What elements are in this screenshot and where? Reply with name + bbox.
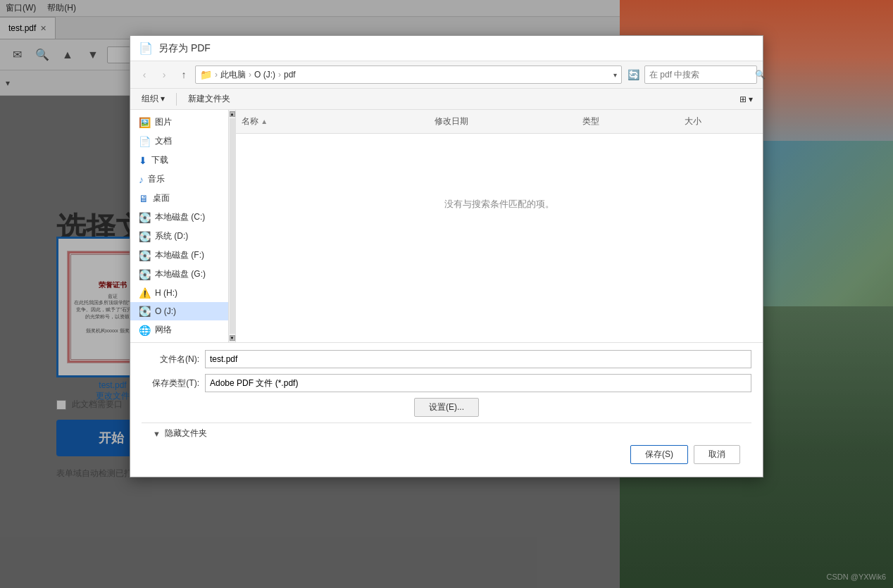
sidebar-item-drive-f[interactable]: 💽 本地磁盘 (F:) bbox=[130, 246, 235, 265]
scrollbar-track bbox=[230, 118, 235, 334]
sidebar-item-music[interactable]: ♪ 音乐 bbox=[130, 170, 235, 189]
new-folder-button[interactable]: 新建文件夹 bbox=[182, 92, 236, 106]
sidebar-item-network[interactable]: 🌐 网络 bbox=[130, 320, 235, 339]
scrollbar-down-arrow[interactable]: ▼ bbox=[230, 335, 235, 341]
cancel-button[interactable]: 取消 bbox=[694, 445, 740, 464]
hidden-folders-label[interactable]: 隐藏文件夹 bbox=[165, 427, 207, 439]
filename-row: 文件名(N): bbox=[142, 350, 751, 368]
dialog-footer: 文件名(N): 保存类型(T): Adobe PDF 文件 (*.pdf) 设置… bbox=[130, 342, 763, 477]
drive-c-icon: 💽 bbox=[139, 212, 151, 223]
sidebar-item-drive-h[interactable]: ⚠️ H (H:) bbox=[130, 284, 235, 302]
filetype-label: 保存类型(T): bbox=[142, 377, 205, 389]
sort-arrow-icon: ▲ bbox=[261, 118, 268, 125]
col-date-header[interactable]: 修改日期 bbox=[429, 113, 577, 130]
dialog-sidebar: 🖼️ 图片 📄 文档 ⬇ 下载 ♪ 音乐 bbox=[130, 110, 236, 342]
sidebar-item-drive-o[interactable]: 💽 O (J:) bbox=[130, 302, 235, 320]
search-icon: 🔍 bbox=[755, 70, 766, 80]
downloads-icon: ⬇ bbox=[139, 155, 147, 166]
desktop-icon: 🖥 bbox=[139, 193, 149, 204]
no-items-message: 没有与搜索条件匹配的项。 bbox=[236, 134, 763, 275]
dialog-nav: ‹ › ↑ 📁 › 此电脑 › O (J:) › pdf ▾ 🔄 🔍 bbox=[130, 61, 763, 89]
dialog-body: 🖼️ 图片 📄 文档 ⬇ 下载 ♪ 音乐 bbox=[130, 110, 763, 342]
address-sep-3: › bbox=[278, 70, 281, 80]
filetype-select[interactable]: Adobe PDF 文件 (*.pdf) bbox=[205, 374, 751, 392]
toolbar-separator bbox=[176, 93, 177, 106]
sidebar-item-drive-c[interactable]: 💽 本地磁盘 (C:) bbox=[130, 208, 235, 227]
hidden-folders-row: ▼ 隐藏文件夹 bbox=[142, 423, 751, 439]
col-type-header[interactable]: 类型 bbox=[577, 113, 679, 130]
settings-row: 设置(E)... bbox=[142, 398, 751, 417]
scrollbar-up-arrow[interactable]: ▲ bbox=[230, 111, 235, 117]
sidebar-scrollbar[interactable]: ▲ ▼ bbox=[228, 110, 235, 342]
drive-o-icon: 💽 bbox=[139, 306, 151, 317]
sidebar-item-pictures[interactable]: 🖼️ 图片 bbox=[130, 113, 235, 132]
address-dropdown-icon[interactable]: ▾ bbox=[613, 71, 617, 79]
dialog-pdf-icon: 📄 bbox=[139, 42, 153, 55]
dialog-toolbar2: 组织 ▾ 新建文件夹 ⊞ ▾ bbox=[130, 89, 763, 110]
sidebar-item-downloads[interactable]: ⬇ 下载 bbox=[130, 151, 235, 170]
music-icon: ♪ bbox=[139, 174, 144, 185]
dialog-filelist: 名称 ▲ 修改日期 类型 大小 没有与搜索条件匹配的项。 bbox=[236, 110, 763, 342]
drive-f-icon: 💽 bbox=[139, 250, 151, 261]
col-size-header[interactable]: 大小 bbox=[679, 113, 763, 130]
breadcrumb-drive[interactable]: O (J:) bbox=[254, 70, 275, 80]
search-box: 🔍 bbox=[644, 65, 757, 84]
breadcrumb-folder[interactable]: pdf bbox=[284, 70, 296, 80]
filetype-row: 保存类型(T): Adobe PDF 文件 (*.pdf) bbox=[142, 374, 751, 392]
search-input[interactable] bbox=[649, 70, 755, 80]
breadcrumb-computer[interactable]: 此电脑 bbox=[220, 69, 246, 81]
drive-g-icon: 💽 bbox=[139, 269, 151, 280]
sidebar-item-documents[interactable]: 📄 文档 bbox=[130, 132, 235, 151]
refresh-button[interactable]: 🔄 bbox=[625, 66, 642, 83]
col-name-header[interactable]: 名称 ▲ bbox=[236, 113, 429, 130]
address-sep-2: › bbox=[249, 70, 251, 80]
settings-button[interactable]: 设置(E)... bbox=[414, 398, 479, 417]
dialog-titlebar: 📄 另存为 PDF bbox=[130, 36, 763, 61]
documents-icon: 📄 bbox=[139, 136, 151, 147]
filename-input[interactable] bbox=[205, 350, 751, 368]
save-as-dialog: 📄 另存为 PDF ‹ › ↑ 📁 › 此电脑 › O (J:) › pdf ▾… bbox=[130, 35, 763, 477]
filename-label: 文件名(N): bbox=[142, 354, 205, 365]
breadcrumb-folder-icon: 📁 bbox=[200, 69, 212, 80]
save-button[interactable]: 保存(S) bbox=[630, 445, 688, 464]
drive-d-icon: 💽 bbox=[139, 231, 151, 242]
drive-h-icon: ⚠️ bbox=[139, 287, 151, 299]
sidebar-item-drive-g[interactable]: 💽 本地磁盘 (G:) bbox=[130, 265, 235, 284]
dialog-actions: 保存(S) 取消 bbox=[142, 439, 751, 470]
dialog-overlay: 📄 另存为 PDF ‹ › ↑ 📁 › 此电脑 › O (J:) › pdf ▾… bbox=[0, 0, 893, 588]
nav-back-button[interactable]: ‹ bbox=[136, 66, 153, 83]
network-icon: 🌐 bbox=[139, 325, 151, 336]
dialog-title: 另存为 PDF bbox=[158, 42, 211, 55]
organize-button[interactable]: 组织 ▾ bbox=[136, 92, 170, 106]
hidden-folders-arrow[interactable]: ▼ bbox=[153, 430, 161, 438]
pictures-icon: 🖼️ bbox=[139, 117, 151, 128]
sidebar-item-drive-d[interactable]: 💽 系统 (D:) bbox=[130, 227, 235, 246]
filelist-header: 名称 ▲ 修改日期 类型 大小 bbox=[236, 110, 763, 134]
view-button[interactable]: ⊞ ▾ bbox=[735, 93, 757, 106]
sidebar-item-desktop[interactable]: 🖥 桌面 bbox=[130, 189, 235, 208]
address-bar: 📁 › 此电脑 › O (J:) › pdf ▾ bbox=[195, 65, 622, 84]
address-sep-1: › bbox=[215, 70, 218, 80]
nav-forward-button[interactable]: › bbox=[156, 66, 173, 83]
nav-up-button[interactable]: ↑ bbox=[175, 66, 192, 83]
